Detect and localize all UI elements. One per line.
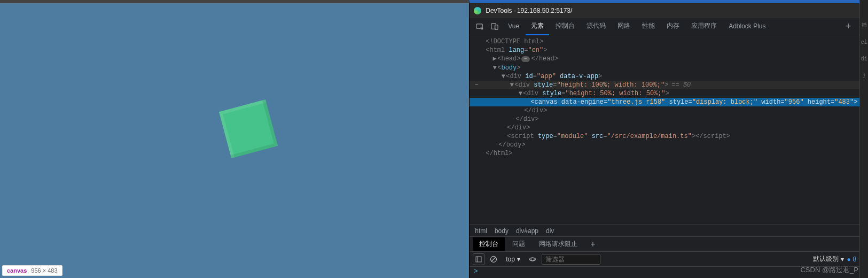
tab-elements[interactable]: 元素 — [526, 18, 549, 35]
strip-glyph: 筛 — [862, 21, 867, 29]
ellipsis-icon[interactable]: ⋯ — [521, 56, 530, 62]
crumb-body[interactable]: body — [495, 227, 509, 235]
drawer-more-button[interactable]: + — [585, 240, 600, 249]
crumb-html[interactable]: html — [475, 227, 487, 235]
info-dot-icon: ● — [847, 256, 851, 263]
breadcrumb: html body div#app div — [470, 225, 859, 236]
dom-tree[interactable]: <!DOCTYPE html> <html lang="en"> ▶<head>… — [470, 35, 859, 225]
console-filter-input[interactable] — [542, 254, 600, 265]
strip-glyph: el — [861, 40, 867, 45]
tab-network[interactable]: 网络 — [612, 18, 636, 35]
tab-vue[interactable]: Vue — [503, 18, 525, 35]
three-cube — [219, 99, 278, 158]
dom-node-selected[interactable]: <canvas data-engine="three.js r158" styl… — [470, 98, 859, 106]
drawer-tabs: 控制台 问题 网络请求阻止 + — [470, 236, 859, 251]
svg-line-6 — [491, 257, 496, 261]
devtools-title-prefix: DevTools - — [486, 7, 516, 14]
tab-adblock[interactable]: Adblock Plus — [723, 18, 771, 35]
svg-rect-3 — [476, 257, 481, 262]
dom-node[interactable]: <!DOCTYPE html> — [481, 37, 543, 46]
styles-pane-collapsed[interactable]: 筛 el di } — [859, 0, 868, 278]
element-dimension-tooltip: canvas 956 × 483 — [2, 265, 62, 276]
devtools-title-url: 192.168.50.2:5173/ — [517, 7, 572, 14]
crumb-div[interactable]: div — [546, 227, 554, 235]
drawer-tab-issues[interactable]: 问题 — [506, 237, 531, 251]
crumb-divapp[interactable]: div#app — [516, 227, 538, 235]
console-toolbar: top ▾ 默认级别 ▾ ● 8 — [470, 251, 859, 266]
svg-rect-1 — [491, 24, 496, 29]
context-selector[interactable]: top ▾ — [503, 254, 523, 264]
edge-icon — [474, 7, 481, 14]
strip-glyph: di — [861, 56, 867, 62]
inspect-element-icon[interactable] — [473, 20, 487, 34]
svg-point-7 — [531, 258, 534, 261]
tab-memory[interactable]: 内存 — [661, 18, 685, 35]
live-expression-icon[interactable] — [527, 253, 538, 265]
tab-application[interactable]: 应用程序 — [686, 18, 722, 35]
tab-console[interactable]: 控制台 — [550, 18, 580, 35]
message-count[interactable]: ● 8 — [847, 256, 857, 263]
devtools-panel: DevTools - 192.168.50.2:5173/ Vue 元素 控制台… — [469, 0, 859, 278]
drawer-tab-network-block[interactable]: 网络请求阻止 — [533, 237, 584, 251]
drawer-tab-console[interactable]: 控制台 — [473, 237, 505, 251]
toggle-sidebar-icon[interactable] — [473, 253, 484, 265]
devtools-titlebar[interactable]: DevTools - 192.168.50.2:5173/ — [470, 3, 859, 18]
log-level-selector[interactable]: 默认级别 ▾ — [813, 254, 844, 264]
devtools-tabs: Vue 元素 控制台 源代码 网络 性能 内存 应用程序 Adblock Plu… — [470, 18, 859, 35]
chevron-down-icon: ▾ — [517, 256, 520, 263]
strip-glyph: } — [863, 73, 866, 79]
console-prompt[interactable]: > — [470, 266, 859, 278]
clear-console-icon[interactable] — [488, 253, 499, 265]
tooltip-dimensions: 956 × 483 — [31, 267, 57, 274]
tab-sources[interactable]: 源代码 — [581, 18, 611, 35]
tab-performance[interactable]: 性能 — [637, 18, 660, 35]
chevron-down-icon: ▾ — [841, 256, 844, 263]
device-toolbar-icon[interactable] — [488, 20, 502, 34]
tooltip-element-name: canvas — [7, 267, 27, 274]
dom-node-hovered[interactable]: ⋯▼<div style="height: 100%; width: 100%;… — [470, 81, 859, 89]
page-viewport[interactable]: canvas 956 × 483 — [0, 0, 469, 278]
more-tabs-button[interactable]: + — [840, 21, 857, 32]
